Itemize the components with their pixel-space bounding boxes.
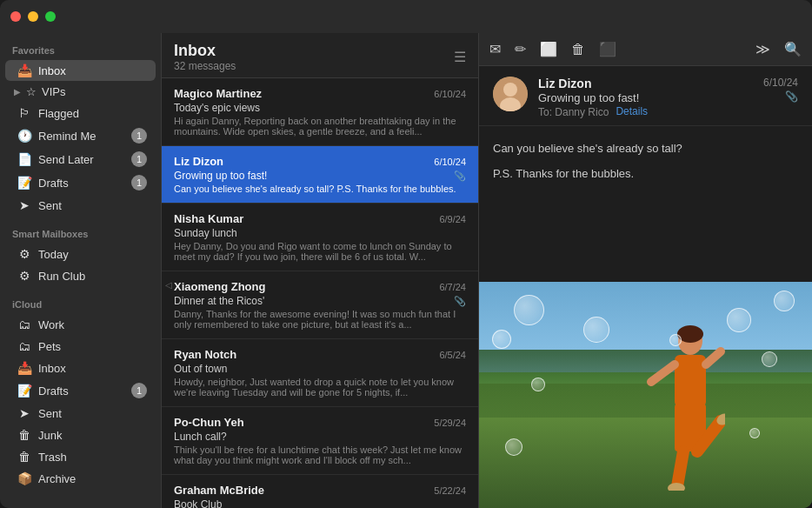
inbox-icon: 📥 [17, 64, 31, 77]
detail-date: 6/10/24 [763, 77, 798, 89]
send-later-badge: 1 [131, 151, 147, 167]
bubble-1 [514, 295, 544, 325]
archive-tool-icon[interactable]: ⬜ [540, 41, 557, 57]
sidebar-item-run-club[interactable]: ⚙ Run Club [5, 265, 156, 286]
detail-to: To: Danny Rico [538, 106, 609, 118]
person-figure [638, 325, 725, 491]
sidebar-send-later-label: Send Later [38, 153, 124, 166]
reply-icon[interactable]: ✉ [489, 41, 501, 57]
icloud-inbox-icon: 📥 [17, 361, 31, 375]
sidebar-junk-label: Junk [38, 429, 147, 442]
more-icon[interactable]: ≫ [755, 41, 770, 57]
bubble-9 [505, 438, 522, 456]
body-line-1: Can you believe she's already so tall? [493, 140, 798, 158]
bubble-10 [749, 428, 760, 438]
bubble-4 [727, 308, 751, 332]
pets-folder-icon: 🗂 [17, 339, 31, 353]
avatar [493, 77, 528, 111]
detail-meta: Liz Dizon Growing up too fast! To: Danny… [538, 77, 753, 118]
message-preview: Hey Danny, Do you and Rigo want to come … [174, 241, 466, 262]
drafts-badge: 1 [131, 175, 147, 190]
detail-pane: ✉ ✏ ⬜ 🗑 ⬛ ≫ 🔍 [479, 33, 812, 508]
close-button[interactable] [10, 11, 21, 22]
details-link[interactable]: Details [616, 105, 648, 117]
message-item[interactable]: Nisha Kumar 6/9/24 Sunday lunch Hey Dann… [162, 204, 478, 271]
message-sender: Liz Dizon [174, 155, 223, 168]
star-icon: ☆ [26, 85, 37, 98]
message-date: 6/9/24 [439, 214, 466, 224]
search-icon[interactable]: 🔍 [784, 41, 802, 57]
message-item[interactable]: Ryan Notch 6/5/24 Out of town Howdy, nei… [162, 339, 478, 407]
message-item[interactable]: Magico Martinez 6/10/24 Today's epic vie… [162, 78, 478, 146]
sidebar-item-today[interactable]: ⚙ Today [5, 244, 156, 264]
sidebar-item-icloud-drafts[interactable]: 📝 Drafts 1 [5, 379, 156, 402]
sidebar-item-flagged[interactable]: 🏳 Flagged [5, 103, 156, 124]
message-subject: Book Club [174, 498, 466, 508]
message-item-selected[interactable]: Liz Dizon 6/10/24 Growing up too fast! C… [162, 146, 478, 204]
trash-icon: 🗑 [17, 450, 31, 464]
sidebar-flagged-label: Flagged [38, 107, 147, 120]
chevron-right-icon: ▶ [14, 87, 21, 97]
svg-line-6 [651, 364, 675, 382]
minimize-button[interactable] [28, 11, 38, 22]
sidebar-item-icloud-sent[interactable]: ➤ Sent [5, 403, 156, 424]
move-icon[interactable]: ⬛ [599, 41, 616, 57]
sidebar-item-drafts[interactable]: 📝 Drafts 1 [5, 171, 156, 194]
sidebar-item-inbox[interactable]: 📥 Inbox [5, 60, 156, 81]
detail-toolbar: ✉ ✏ ⬜ 🗑 ⬛ ≫ 🔍 [479, 33, 812, 66]
run-club-icon: ⚙ [17, 269, 31, 283]
sidebar-sent-label: Sent [38, 199, 147, 212]
compose-icon[interactable]: ✏ [515, 41, 526, 57]
sidebar-item-pets[interactable]: 🗂 Pets [5, 336, 156, 357]
message-subject: Today's epic views [174, 102, 466, 114]
sidebar-icloud-inbox-label: Inbox [38, 362, 147, 375]
message-preview: Can you believe she's already so tall? P… [174, 184, 466, 194]
maximize-button[interactable] [45, 11, 56, 22]
message-list-header: Inbox 32 messages ☰ [162, 33, 478, 78]
message-item[interactable]: Graham McBride 5/22/24 Book Club Are you… [162, 475, 478, 508]
message-preview: Hi again Danny, Reporting back on anothe… [174, 116, 466, 137]
photo-background [479, 282, 812, 508]
junk-icon: 🗑 [17, 428, 31, 442]
sidebar-item-work[interactable]: 🗂 Work [5, 314, 156, 335]
sidebar-archive-label: Archive [38, 472, 147, 485]
detail-attachment-icon: 📎 [763, 90, 798, 103]
draft-indicator: ◁ [165, 280, 172, 290]
bubble-3 [762, 351, 777, 367]
sidebar-work-label: Work [38, 318, 147, 331]
sidebar-item-junk[interactable]: 🗑 Junk [5, 424, 156, 445]
sidebar-item-sent[interactable]: ➤ Sent [5, 195, 156, 216]
sidebar-item-send-later[interactable]: 📄 Send Later 1 [5, 148, 156, 170]
filter-icon[interactable]: ☰ [454, 49, 466, 65]
message-count: 32 messages [174, 60, 236, 72]
sidebar-item-archive[interactable]: 📦 Archive [5, 468, 156, 489]
message-item[interactable]: Po-Chun Yeh 5/29/24 Lunch call? Think yo… [162, 407, 478, 475]
sidebar-item-icloud-inbox[interactable]: 📥 Inbox [5, 358, 156, 378]
work-folder-icon: 🗂 [17, 318, 31, 331]
mail-window: Favorites 📥 Inbox ▶ ☆ VIPs 🏳 Flagged 🕐 R… [0, 0, 812, 508]
archive-icon: 📦 [17, 471, 31, 485]
sent-icon: ➤ [17, 198, 31, 212]
message-sender: Graham McBride [174, 484, 264, 497]
message-date: 6/5/24 [439, 350, 466, 360]
sidebar-drafts-label: Drafts [38, 177, 124, 190]
message-preview: Danny, Thanks for the awesome evening! I… [174, 309, 466, 330]
sidebar-item-trash[interactable]: 🗑 Trash [5, 446, 156, 467]
icloud-drafts-icon: 📝 [17, 384, 31, 398]
message-list: Inbox 32 messages ☰ Magico Martinez 6/10… [162, 33, 479, 508]
sidebar-item-remind-me[interactable]: 🕐 Remind Me 1 [5, 124, 156, 147]
message-item[interactable]: Xiaomeng Zhong 6/7/24 Dinner at the Rico… [162, 271, 478, 339]
delete-icon[interactable]: 🗑 [571, 42, 585, 57]
messages-scroll: Magico Martinez 6/10/24 Today's epic vie… [162, 78, 478, 508]
icloud-drafts-badge: 1 [131, 383, 147, 398]
detail-body: Can you believe she's already so tall? P… [479, 126, 812, 282]
message-sender: Ryan Notch [174, 348, 236, 361]
send-later-icon: 📄 [17, 152, 31, 166]
message-sender: Po-Chun Yeh [174, 416, 244, 429]
sidebar-item-vips[interactable]: ▶ ☆ VIPs [5, 82, 156, 102]
favorites-label: Favorites [0, 33, 161, 59]
message-preview: Howdy, neighbor, Just wanted to drop a q… [174, 377, 466, 398]
bubble-2 [492, 330, 511, 349]
detail-header: Liz Dizon Growing up too fast! To: Danny… [479, 66, 812, 126]
svg-rect-5 [675, 355, 706, 407]
